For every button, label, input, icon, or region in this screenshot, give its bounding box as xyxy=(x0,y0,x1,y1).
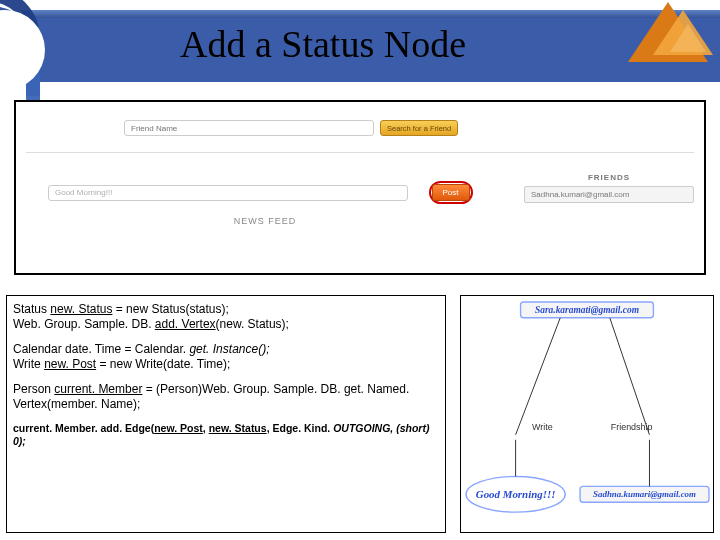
search-friend-button[interactable]: Search for a Friend xyxy=(380,120,458,136)
code-text: new. Status xyxy=(209,422,267,434)
code-text: new. Post xyxy=(154,422,203,434)
edge-friendship xyxy=(610,318,650,435)
friends-heading: FRIENDS xyxy=(524,173,694,182)
code-text: new. Status xyxy=(50,302,112,316)
post-button[interactable]: Post xyxy=(432,184,470,201)
node-bottom-label: Sadhna.kumari@gmail.com xyxy=(593,489,696,499)
newsfeed-heading: NEWS FEED xyxy=(26,216,504,226)
code-text: current. Member. add. Edge( xyxy=(13,422,154,434)
code-text: current. Member xyxy=(54,382,142,396)
code-text: = new Status(status); xyxy=(112,302,228,316)
friend-search-input[interactable] xyxy=(124,120,374,136)
divider xyxy=(26,152,694,153)
edge-friendship-label: Friendship xyxy=(611,422,653,432)
code-text: Person xyxy=(13,382,54,396)
code-text: = new Write(date. Time); xyxy=(96,357,230,371)
code-text: Calendar date. Time = Calendar. xyxy=(13,342,189,356)
status-input[interactable] xyxy=(48,185,408,201)
code-text: new. Post xyxy=(44,357,96,371)
header-top-strip xyxy=(22,10,720,18)
node-top-label: Sara.karamati@gmail.com xyxy=(535,305,639,315)
node-status-label: Good Morning!!! xyxy=(476,488,556,500)
code-text: Status xyxy=(13,302,50,316)
code-text: get. Instance(); xyxy=(189,342,269,356)
friend-list-item[interactable]: Sadhna.kumari@gmail.com xyxy=(524,186,694,203)
slide-title: Add a Status Node xyxy=(180,22,466,66)
code-text: add. Vertex xyxy=(155,317,216,331)
web-ui-screenshot: Search for a Friend Post NEWS FEED FRIEN… xyxy=(14,100,706,275)
code-text: , Edge. Kind. xyxy=(267,422,334,434)
edge-write xyxy=(516,318,561,435)
code-snippet: Status new. Status = new Status(status);… xyxy=(6,295,446,533)
code-text: Write xyxy=(13,357,44,371)
code-text: Web. Group. Sample. DB. xyxy=(13,317,155,331)
post-highlight-ring: Post xyxy=(429,181,473,204)
edge-write-label: Write xyxy=(532,422,553,432)
code-text: OUTGOING xyxy=(333,422,390,434)
graph-diagram: Sara.karamati@gmail.com Write Friendship… xyxy=(460,295,714,533)
code-text: (new. Status); xyxy=(216,317,289,331)
slide-header: Add a Status Node xyxy=(0,0,720,95)
